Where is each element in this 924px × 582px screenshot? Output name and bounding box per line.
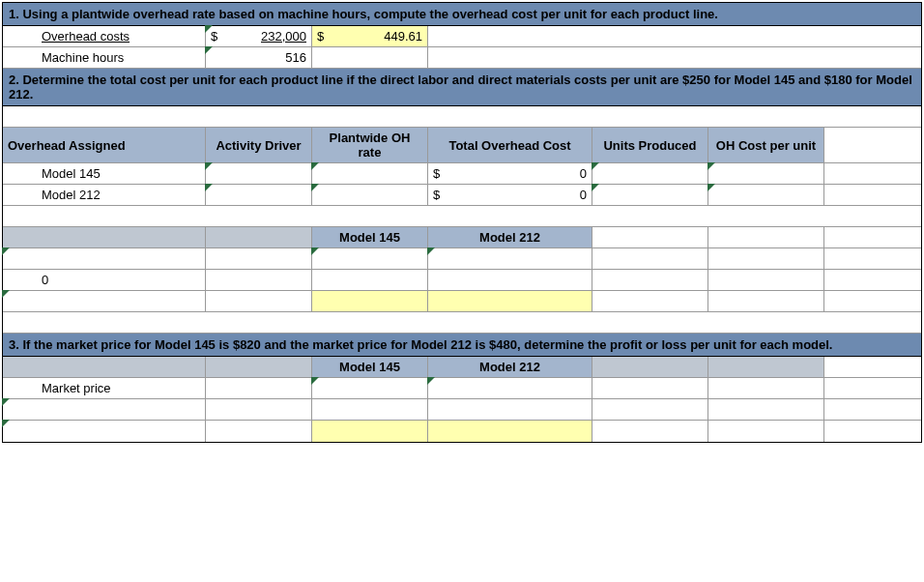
- oh-cost-per-unit-header: OH Cost per unit: [708, 128, 824, 162]
- overhead-value: 232,000: [261, 29, 306, 44]
- spacer: [592, 227, 708, 247]
- overhead-costs-label: Overhead costs: [3, 26, 206, 46]
- q3-header-row: Model 145 Model 212: [3, 357, 921, 378]
- spacer-row: [3, 106, 921, 128]
- spacer: [592, 421, 708, 442]
- q3-market-price-row: Market price: [3, 378, 921, 399]
- summary-row-3: [3, 291, 921, 312]
- summary-label-3-input[interactable]: [3, 291, 206, 311]
- accounting-worksheet: 1. Using a plantwide overhead rate based…: [2, 2, 922, 443]
- model212-total-oh: $ 0: [428, 185, 592, 205]
- spacer: [206, 421, 312, 442]
- q1-prompt: 1. Using a plantwide overhead rate based…: [3, 3, 921, 26]
- spacer: [312, 399, 428, 420]
- q3-prompt: 3. If the market price for Model 145 is …: [3, 334, 921, 357]
- plantwide-rate-output: $ 449.61: [312, 26, 428, 46]
- plantwide-oh-rate-header: Plantwide OH rate: [312, 128, 428, 162]
- overhead-currency: $: [211, 29, 217, 44]
- q3-row-3: [3, 421, 921, 442]
- model145-oh-rate-input[interactable]: [312, 163, 428, 184]
- model145-row: Model 145 $ 0: [3, 163, 921, 185]
- units-produced-header: Units Produced: [592, 128, 708, 162]
- model212-units-input[interactable]: [592, 185, 708, 205]
- spacer-row: [3, 312, 921, 334]
- machine-hours-input[interactable]: 516: [206, 47, 312, 68]
- summary-zero-label: 0: [3, 270, 206, 290]
- q2-prompt: 2. Determine the total cost per unit for…: [3, 69, 921, 106]
- spacer: [824, 270, 921, 290]
- q3-label-2-input[interactable]: [3, 399, 206, 420]
- q3-m212-market-input[interactable]: [428, 378, 592, 398]
- model212-activity-driver-input[interactable]: [206, 185, 312, 205]
- spacer: [708, 227, 824, 247]
- spacer: [206, 270, 312, 290]
- spacer: [3, 312, 921, 333]
- summary-model145-header: Model 145: [312, 227, 428, 247]
- spacer: [824, 163, 921, 184]
- q3-label-3-input[interactable]: [3, 421, 206, 442]
- q3-row-2: [3, 399, 921, 421]
- summary-row-1: [3, 248, 921, 270]
- m145-currency: $: [433, 166, 440, 181]
- spacer-row: [3, 206, 921, 227]
- model145-label: Model 145: [3, 163, 206, 184]
- spacer: [708, 378, 824, 398]
- spacer: [206, 227, 312, 247]
- spacer: [312, 270, 428, 290]
- model212-oh-cost-input[interactable]: [708, 185, 824, 205]
- spacer: [428, 26, 921, 46]
- model212-oh-rate-input[interactable]: [312, 185, 428, 205]
- summary-m145-result: [312, 291, 428, 311]
- spacer: [592, 291, 708, 311]
- model145-total-oh: $ 0: [428, 163, 592, 184]
- spacer: [708, 291, 824, 311]
- spacer: [428, 270, 592, 290]
- spacer: [592, 357, 708, 377]
- spacer: [428, 47, 921, 68]
- rate-currency: $: [317, 29, 324, 44]
- spacer: [824, 291, 921, 311]
- machine-hours-label: Machine hours: [3, 47, 206, 68]
- spacer: [592, 378, 708, 398]
- q3-model145-header: Model 145: [312, 357, 428, 377]
- spacer: [428, 399, 592, 420]
- summary-row-2: 0: [3, 270, 921, 291]
- m212-total: 0: [580, 188, 587, 202]
- summary-model212-header: Model 212: [428, 227, 592, 247]
- summary-label-1-input[interactable]: [3, 248, 206, 269]
- spacer: [592, 270, 708, 290]
- q3-model212-header: Model 212: [428, 357, 592, 377]
- spacer: [824, 421, 921, 442]
- spacer: [824, 357, 921, 377]
- machine-hours-value: 516: [285, 50, 306, 65]
- spacer: [206, 357, 312, 377]
- q2-header-row: Overhead Assigned Activity Driver Plantw…: [3, 128, 921, 163]
- summary-m145-r1-input[interactable]: [312, 248, 428, 269]
- q3-m145-result: [312, 421, 428, 442]
- model145-units-input[interactable]: [592, 163, 708, 184]
- q3-m145-market-input[interactable]: [312, 378, 428, 398]
- model145-oh-cost-input[interactable]: [708, 163, 824, 184]
- model212-row: Model 212 $ 0: [3, 185, 921, 206]
- spacer: [206, 378, 312, 398]
- overhead-assigned-header: Overhead Assigned: [3, 128, 206, 162]
- model145-activity-driver-input[interactable]: [206, 163, 312, 184]
- spacer: [824, 185, 921, 205]
- spacer: [824, 128, 921, 162]
- summary-m212-r1-input[interactable]: [428, 248, 592, 269]
- overhead-costs-row: Overhead costs $ 232,000 $ 449.61: [3, 26, 921, 47]
- model212-label: Model 212: [3, 185, 206, 205]
- spacer: [206, 399, 312, 420]
- spacer: [708, 270, 824, 290]
- total-overhead-cost-header: Total Overhead Cost: [428, 128, 592, 162]
- spacer: [708, 399, 824, 420]
- market-price-label: Market price: [3, 378, 206, 398]
- spacer: [592, 248, 708, 269]
- summary-m212-result: [428, 291, 592, 311]
- spacer: [312, 47, 428, 68]
- overhead-costs-input[interactable]: $ 232,000: [206, 26, 312, 46]
- spacer: [206, 291, 312, 311]
- m145-total: 0: [580, 166, 587, 181]
- spacer: [592, 399, 708, 420]
- m212-currency: $: [433, 188, 440, 202]
